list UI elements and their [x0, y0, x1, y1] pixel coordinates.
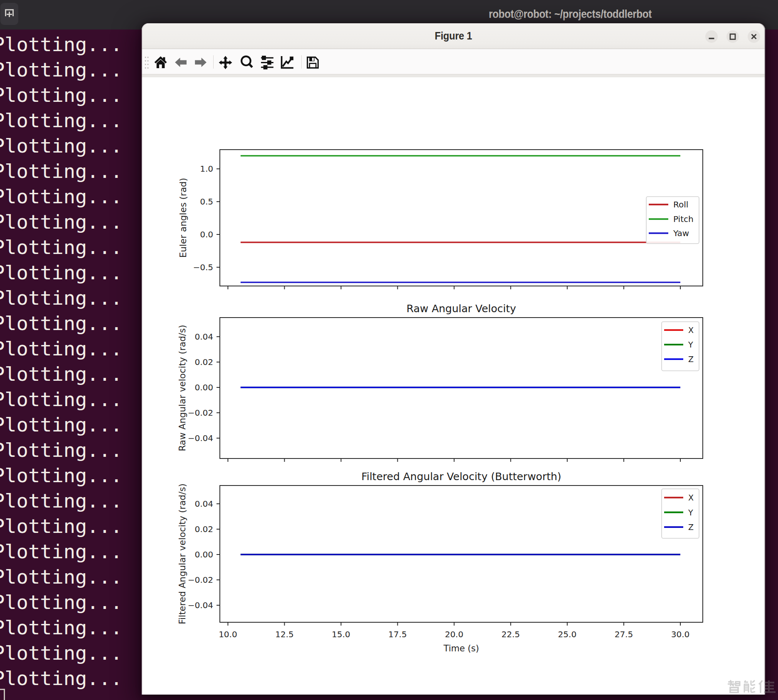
y-tick-label: 0.5 [200, 197, 213, 207]
terminal-output: Plotting... Plotting... Plotting... Plot… [0, 32, 122, 691]
magnifier-icon [239, 55, 254, 70]
x-tick-label: 27.5 [615, 629, 633, 639]
desktop: { "terminal": { "header_title": "robot@r… [0, 0, 778, 700]
legend-label: X [688, 493, 694, 502]
pan-button[interactable] [218, 55, 233, 71]
home-icon [153, 55, 168, 70]
back-button[interactable] [174, 55, 188, 71]
legend-label: Y [688, 508, 693, 517]
y-tick-label: 0.0 [200, 229, 213, 239]
y-tick-label: −0.04 [188, 433, 213, 443]
figure-toolbar [142, 49, 765, 74]
y-tick-label: 0.00 [194, 550, 213, 560]
toolbar-canvas-gap [142, 74, 765, 77]
arrow-right-icon [194, 55, 208, 70]
legend-label: Pitch [673, 214, 694, 224]
figure-canvas[interactable]: 1.00.50.0−0.5Euler angles (rad)RollPitch… [142, 77, 765, 695]
terminal-cursor [0, 689, 5, 700]
plots-svg: 1.00.50.0−0.5Euler angles (rad)RollPitch… [142, 77, 765, 695]
y-tick-label: −0.5 [193, 262, 213, 272]
move-arrows-icon [218, 55, 233, 70]
legend: XYZ [662, 322, 699, 371]
x-tick-label: 17.5 [388, 629, 407, 639]
toolbar-grip [144, 56, 150, 71]
x-tick-label: 10.0 [219, 629, 237, 639]
y-axis-label: Euler angles (rad) [178, 178, 188, 258]
close-icon [748, 30, 760, 43]
save-button[interactable] [305, 55, 320, 71]
axes-box [220, 150, 703, 286]
subplot-title: Filtered Angular Velocity (Butterworth) [361, 471, 561, 483]
subplot-2: 0.040.020.00−0.02−0.04Raw Angular Veloci… [177, 303, 703, 462]
new-tab-button[interactable] [0, 3, 18, 25]
x-tick-label: 20.0 [445, 629, 463, 639]
x-tick-label: 30.0 [671, 629, 690, 639]
forward-button[interactable] [194, 55, 208, 71]
x-tick-label: 25.0 [558, 629, 577, 639]
figure-window: Figure 1 1.00.50.0−0.5Euler angles (rad)… [142, 23, 765, 695]
edit-axes-button[interactable] [280, 55, 294, 71]
legend-label: Z [688, 523, 694, 532]
x-tick-label: 12.5 [275, 629, 294, 639]
line-chart-icon [280, 55, 294, 70]
home-button[interactable] [153, 55, 168, 71]
legend: XYZ [662, 489, 699, 538]
figure-window-title: Figure 1 [160, 23, 746, 49]
legend-label: Yaw [673, 228, 689, 238]
watermark-glyphs [727, 679, 778, 697]
y-tick-label: 0.04 [194, 332, 213, 342]
y-axis-label: Filtered Angular velocity (rad/s) [177, 483, 187, 624]
y-tick-label: −0.04 [188, 600, 213, 610]
minimize-icon [705, 30, 718, 43]
minimize-button[interactable] [705, 30, 718, 43]
x-tick-label: 15.0 [332, 629, 350, 639]
arrow-left-icon [174, 55, 188, 70]
subplot-3: 0.040.020.00−0.02−0.0410.012.515.017.520… [177, 471, 703, 653]
legend-label: Y [688, 340, 693, 349]
figure-titlebar[interactable]: Figure 1 [142, 23, 765, 49]
legend-label: X [688, 325, 694, 335]
y-tick-label: 0.02 [194, 357, 213, 367]
toolbar-separator [301, 55, 302, 69]
y-axis-label: Raw Angular velocity (rad/s) [177, 325, 187, 451]
y-tick-label: −0.02 [188, 408, 213, 418]
sliders-icon [260, 55, 275, 70]
floppy-disk-icon [305, 55, 320, 70]
close-button[interactable] [748, 30, 760, 43]
zoom-button[interactable] [239, 55, 254, 71]
y-tick-label: 0.00 [194, 382, 213, 392]
y-tick-label: 1.0 [200, 164, 213, 174]
subplot-title: Raw Angular Velocity [406, 303, 516, 315]
y-tick-label: 0.04 [194, 499, 213, 509]
y-tick-label: −0.02 [188, 575, 213, 585]
subplot-1: 1.00.50.0−0.5Euler angles (rad)RollPitch… [178, 150, 703, 289]
maximize-icon [726, 30, 739, 43]
x-axis-label: Time (s) [443, 643, 479, 653]
legend-label: Roll [673, 200, 688, 210]
configure-subplots-button[interactable] [260, 55, 275, 71]
toolbar-separator [213, 55, 214, 69]
maximize-button[interactable] [726, 30, 739, 43]
x-tick-label: 22.5 [502, 629, 520, 639]
watermark [727, 679, 778, 698]
y-tick-label: 0.02 [194, 524, 213, 534]
legend-label: Z [688, 355, 694, 364]
toolbar-grip[interactable] [144, 56, 150, 72]
new-tab-icon [4, 8, 15, 20]
legend: RollPitchYaw [646, 197, 699, 244]
